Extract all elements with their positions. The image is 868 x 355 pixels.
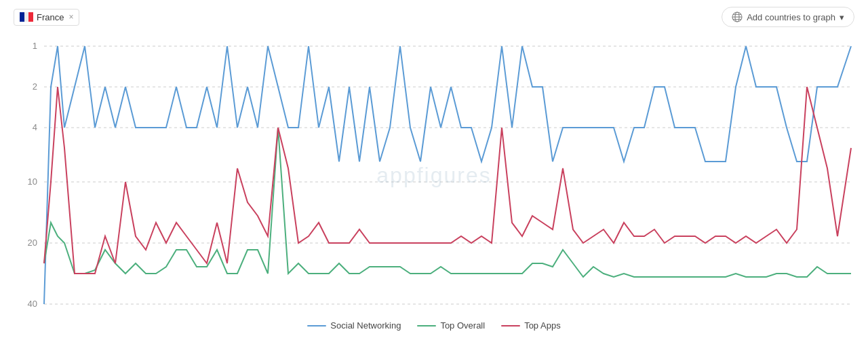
svg-text:20: 20 — [28, 238, 37, 248]
globe-icon — [732, 12, 743, 22]
svg-text:2: 2 — [33, 81, 37, 92]
chart-legend: Social Networking Top Overall Top Apps — [14, 320, 854, 331]
top-overall-line — [44, 128, 851, 277]
svg-rect-2 — [28, 12, 33, 22]
social-networking-line — [44, 46, 851, 304]
svg-text:4: 4 — [33, 122, 37, 132]
legend-item-social-networking: Social Networking — [307, 320, 401, 331]
legend-line-top-overall — [417, 325, 436, 326]
add-countries-label: Add countries to graph — [747, 12, 835, 22]
header: France × Add countries to graph ▾ — [14, 7, 854, 27]
svg-rect-1 — [24, 12, 28, 22]
remove-country-button[interactable]: × — [68, 12, 73, 22]
main-container: France × Add countries to graph ▾ appfig… — [0, 0, 868, 355]
chevron-down-icon: ▾ — [840, 12, 844, 22]
chart-area: appfigures .grid-line { stroke: #ccc; st… — [14, 33, 854, 318]
legend-line-top-apps — [501, 325, 520, 326]
svg-text:10: 10 — [28, 176, 37, 187]
legend-label-social-networking: Social Networking — [330, 320, 401, 331]
france-flag-icon — [20, 12, 33, 22]
country-tag[interactable]: France × — [14, 9, 79, 26]
top-apps-line — [44, 87, 851, 274]
chart-svg: .grid-line { stroke: #ccc; stroke-width:… — [14, 33, 854, 318]
legend-label-top-apps: Top Apps — [524, 320, 561, 331]
legend-item-top-apps: Top Apps — [501, 320, 561, 331]
svg-text:1: 1 — [33, 41, 37, 51]
svg-rect-0 — [20, 12, 24, 22]
legend-label-top-overall: Top Overall — [440, 320, 485, 331]
country-name: France — [37, 12, 64, 22]
legend-line-social-networking — [307, 325, 326, 326]
svg-text:40: 40 — [28, 299, 37, 309]
legend-item-top-overall: Top Overall — [417, 320, 485, 331]
add-countries-button[interactable]: Add countries to graph ▾ — [722, 7, 854, 27]
